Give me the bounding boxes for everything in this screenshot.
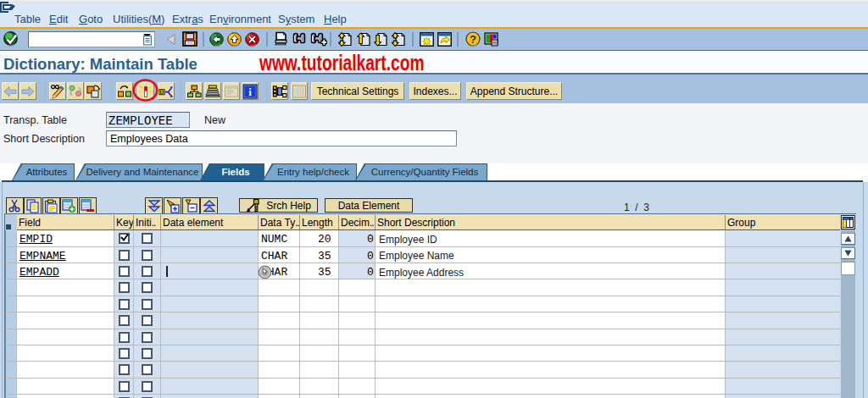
svg-text:?: ?: [470, 33, 476, 46]
svg-text:i: i: [248, 86, 252, 98]
